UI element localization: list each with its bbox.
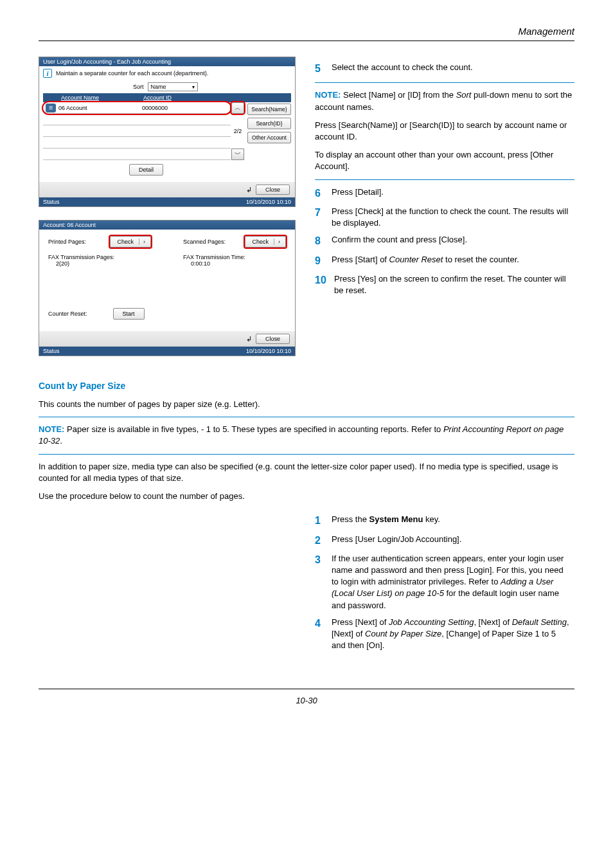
- page-header-section: Management: [39, 26, 574, 37]
- section-title: Count by Paper Size: [39, 381, 574, 391]
- chevron-right-icon: ›: [274, 239, 280, 245]
- step-number: 7: [315, 206, 332, 220]
- info-icon: i: [43, 69, 52, 78]
- col-account-name: Account Name: [43, 95, 139, 101]
- note-rule: [315, 179, 574, 180]
- step-text: Press [Next] of Job Accounting Setting, …: [332, 617, 572, 652]
- note-rule: [39, 454, 574, 455]
- step-text: Press [Check] at the function to check t…: [332, 206, 572, 229]
- table-row: [43, 137, 231, 149]
- status-label: Status: [43, 348, 60, 354]
- fax-pages-value: 2(20): [48, 260, 151, 267]
- other-account-button[interactable]: Other Account: [247, 132, 291, 143]
- panel1-title: User Login/Job Accounting - Each Job Acc…: [39, 57, 295, 66]
- section-para2: Use the procedure below to count the num…: [39, 491, 574, 502]
- panel-job-accounting: User Login/Job Accounting - Each Job Acc…: [39, 57, 296, 207]
- check-printed-button[interactable]: Check ›: [110, 236, 151, 248]
- panel1-subtitle: Maintain a separate counter for each acc…: [56, 70, 208, 77]
- step-text: Press the System Menu key.: [332, 514, 572, 525]
- step-number: 10: [315, 273, 334, 287]
- step-number: 2: [315, 534, 332, 548]
- step-text: Confirm the count and press [Close].: [332, 234, 572, 246]
- search-id-button[interactable]: Search(ID): [247, 118, 291, 129]
- sort-value: Name: [151, 84, 166, 90]
- step-text: If the user authentication screen appear…: [332, 553, 572, 611]
- panel2-title: Account: 06 Account: [39, 221, 295, 230]
- note-rule: [315, 82, 574, 83]
- step-text: Press [Detail].: [332, 186, 572, 198]
- search-name-button[interactable]: Search(Name): [247, 104, 291, 115]
- page-footer: 10-30: [39, 689, 574, 705]
- col-account-id: Account ID: [139, 95, 291, 101]
- close-button[interactable]: Close: [256, 185, 290, 195]
- sort-label: Sort: [133, 84, 144, 90]
- note-label: NOTE:: [315, 90, 341, 100]
- enter-icon: ↲: [246, 335, 252, 343]
- account-icon: ☰: [46, 104, 56, 113]
- scanned-pages-label: Scanned Pages:: [183, 239, 226, 245]
- chevron-up-icon: ︿: [235, 104, 241, 113]
- sort-dropdown[interactable]: Name ▾: [148, 82, 198, 91]
- header-rule: [39, 41, 574, 41]
- note-label: NOTE:: [39, 424, 64, 434]
- chevron-right-icon: ›: [139, 239, 145, 245]
- step-number: 8: [315, 234, 332, 248]
- detail-button[interactable]: Detail: [129, 164, 163, 176]
- enter-icon: ↲: [246, 186, 252, 194]
- close-button[interactable]: Close: [256, 334, 290, 344]
- check-label: Check: [117, 239, 134, 245]
- check-scanned-button[interactable]: Check ›: [245, 236, 286, 248]
- step-text: Select the account to check the count.: [332, 62, 572, 73]
- step-number: 1: [315, 514, 332, 528]
- counter-reset-label: Counter Reset:: [48, 311, 87, 317]
- step-number: 6: [315, 186, 332, 201]
- step-text: Press [Yes] on the screen to confirm the…: [334, 273, 572, 296]
- step-number: 5: [315, 62, 332, 76]
- step-number: 4: [315, 617, 332, 631]
- step-number: 9: [315, 254, 332, 268]
- table-row[interactable]: ☰ 06 Account 00006000: [43, 102, 231, 114]
- note-para-other: To display an account other than your ow…: [315, 149, 574, 172]
- step-number: 3: [315, 553, 332, 567]
- step-text: Press [Start] of Counter Reset to reset …: [332, 254, 572, 266]
- check-label: Check: [252, 239, 269, 245]
- section-para: In addition to paper size, media type ca…: [39, 461, 574, 484]
- page-indicator: 2/2: [234, 114, 242, 149]
- step-text: Press [User Login/Job Accounting].: [332, 534, 572, 545]
- chevron-down-icon: ▾: [192, 84, 195, 90]
- note-para-search: Press [Search(Name)] or [Search(ID)] to …: [315, 120, 574, 143]
- column-headers: Account Name Account ID: [43, 93, 291, 102]
- scroll-up-button[interactable]: ︿: [231, 102, 244, 114]
- status-label: Status: [43, 199, 60, 205]
- panel-account-detail: Account: 06 Account Printed Pages: Check…: [39, 220, 296, 356]
- status-datetime: 10/10/2010 10:10: [246, 348, 291, 354]
- table-row: [43, 149, 231, 160]
- fax-time-label: FAX Transmission Time:: [183, 254, 286, 260]
- table-row: [43, 125, 231, 137]
- printed-pages-label: Printed Pages:: [48, 239, 86, 245]
- row-id: 00006000: [142, 105, 231, 111]
- table-row: [43, 114, 231, 125]
- section-intro: This counts the number of pages by paper…: [39, 399, 574, 410]
- fax-pages-label: FAX Transmission Pages:: [48, 254, 151, 260]
- scroll-down-button[interactable]: ﹀: [231, 149, 244, 160]
- note-block: NOTE: Select [Name] or [ID] from the Sor…: [315, 89, 574, 113]
- note-rule: [39, 417, 574, 417]
- row-name: 06 Account: [58, 105, 142, 111]
- chevron-down-icon: ﹀: [235, 150, 241, 159]
- start-button[interactable]: Start: [113, 308, 145, 320]
- status-datetime: 10/10/2010 10:10: [246, 199, 291, 205]
- fax-time-value: 0:00:10: [183, 260, 286, 267]
- note-block: NOTE: Paper size is available in five ty…: [39, 424, 574, 447]
- accounts-table: ☰ 06 Account 00006000: [43, 102, 231, 160]
